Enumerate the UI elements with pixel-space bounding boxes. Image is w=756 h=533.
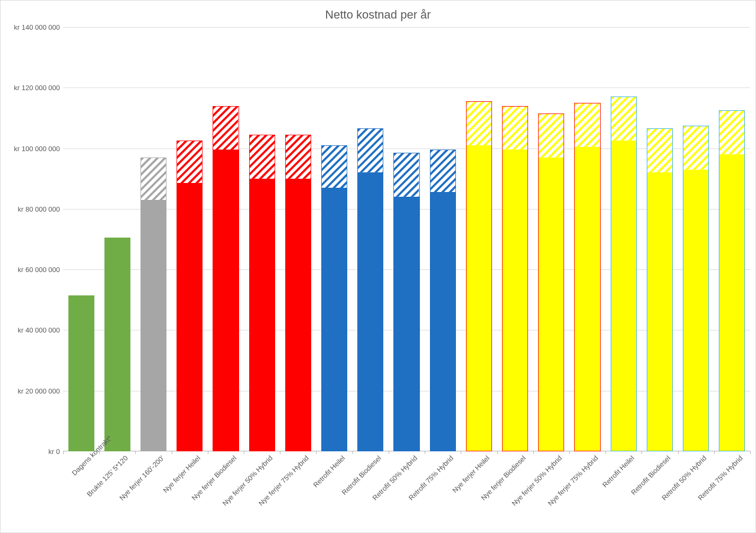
bar-seg-extra <box>538 113 564 158</box>
bar-seg-base <box>466 145 492 451</box>
bar-18 <box>719 110 745 451</box>
bar-seg-extra <box>430 150 456 192</box>
bar-seg-base <box>104 238 130 451</box>
bar-seg-extra <box>140 158 166 200</box>
bar-8 <box>357 128 383 451</box>
bar-seg-base <box>140 200 166 451</box>
bar-seg-base <box>249 179 275 451</box>
y-tick-label: kr 120 000 000 <box>14 84 60 92</box>
bar-seg-base <box>611 141 637 451</box>
svg-rect-19 <box>539 114 564 158</box>
svg-rect-13 <box>322 146 347 188</box>
bar-seg-base <box>68 295 94 451</box>
svg-rect-8 <box>141 158 166 200</box>
bar-5 <box>249 135 275 451</box>
x-label: Retrofit Heilel <box>229 454 636 533</box>
bar-seg-extra <box>466 101 492 145</box>
bar-seg-base <box>393 197 419 451</box>
y-tick-label: kr 80 000 000 <box>17 205 60 213</box>
bar-seg-base <box>285 179 311 451</box>
svg-rect-15 <box>394 153 419 197</box>
bar-seg-extra <box>321 145 347 188</box>
svg-rect-23 <box>683 126 708 170</box>
bar-seg-extra <box>683 126 709 170</box>
bar-seg-base <box>719 154 745 451</box>
bar-seg-base <box>574 147 600 451</box>
svg-rect-18 <box>503 107 528 150</box>
bar-seg-base <box>647 172 673 451</box>
bar-0 <box>68 295 94 451</box>
bar-7 <box>321 145 347 451</box>
bar-3 <box>177 141 203 451</box>
bar-12 <box>502 106 528 451</box>
y-tick-label: kr 100 000 000 <box>14 144 60 152</box>
bar-seg-base <box>538 158 564 451</box>
svg-rect-21 <box>611 97 636 141</box>
bar-seg-base <box>213 150 239 451</box>
bar-17 <box>683 126 709 451</box>
svg-rect-22 <box>647 129 672 172</box>
bar-9 <box>393 153 419 451</box>
bar-seg-base <box>357 172 383 451</box>
svg-rect-17 <box>467 102 491 145</box>
gridline <box>63 27 750 28</box>
bar-10 <box>430 150 456 451</box>
bar-16 <box>647 128 673 451</box>
svg-rect-12 <box>286 135 311 179</box>
plot-area <box>63 27 750 451</box>
bar-seg-extra <box>647 128 673 172</box>
svg-rect-10 <box>213 107 238 150</box>
svg-rect-24 <box>719 111 744 154</box>
bar-14 <box>574 103 600 451</box>
bar-seg-extra <box>502 106 528 150</box>
svg-rect-9 <box>177 141 202 183</box>
bar-seg-extra <box>719 110 745 154</box>
y-tick-label: kr 40 000 000 <box>17 326 60 334</box>
x-tick <box>750 451 751 454</box>
x-label: Dagens kontrakt* <box>71 454 93 477</box>
x-axis-labels: Dagens kontrakt*Brukte 125' 5*120Nye fer… <box>63 454 750 533</box>
bar-11 <box>466 101 492 451</box>
bar-6 <box>285 135 311 451</box>
x-label: Nye ferjer 160'-200' <box>92 454 166 528</box>
bar-seg-extra <box>611 97 637 141</box>
bar-15 <box>611 97 637 451</box>
bar-seg-base <box>430 192 456 451</box>
y-tick-label: kr 140 000 000 <box>14 23 60 31</box>
svg-rect-14 <box>358 129 383 172</box>
bar-2 <box>140 158 166 451</box>
chart-frame: Netto kostnad per år kr 0kr 20 000 000kr… <box>0 0 756 533</box>
bar-seg-extra <box>574 103 600 147</box>
bar-seg-extra <box>393 153 419 197</box>
svg-rect-11 <box>250 135 275 179</box>
y-tick-label: kr 0 <box>48 448 60 456</box>
bar-seg-base <box>321 188 347 451</box>
bar-seg-extra <box>285 135 311 179</box>
bar-1 <box>104 238 130 451</box>
svg-rect-16 <box>430 150 455 192</box>
y-tick-label: kr 60 000 000 <box>17 266 60 274</box>
bar-seg-base <box>177 183 203 451</box>
bar-seg-extra <box>357 128 383 172</box>
chart-title: Netto kostnad per år <box>1 8 755 22</box>
bar-seg-extra <box>213 106 239 150</box>
bar-seg-base <box>683 170 709 451</box>
bar-seg-base <box>502 150 528 451</box>
y-tick-label: kr 20 000 000 <box>17 387 60 395</box>
y-axis-labels: kr 0kr 20 000 000kr 40 000 000kr 60 000 … <box>1 1 63 532</box>
gridline <box>63 88 750 88</box>
bar-seg-extra <box>177 141 203 183</box>
svg-rect-20 <box>575 103 600 147</box>
bar-seg-extra <box>249 135 275 179</box>
bar-4 <box>213 106 239 451</box>
bar-13 <box>538 113 564 451</box>
